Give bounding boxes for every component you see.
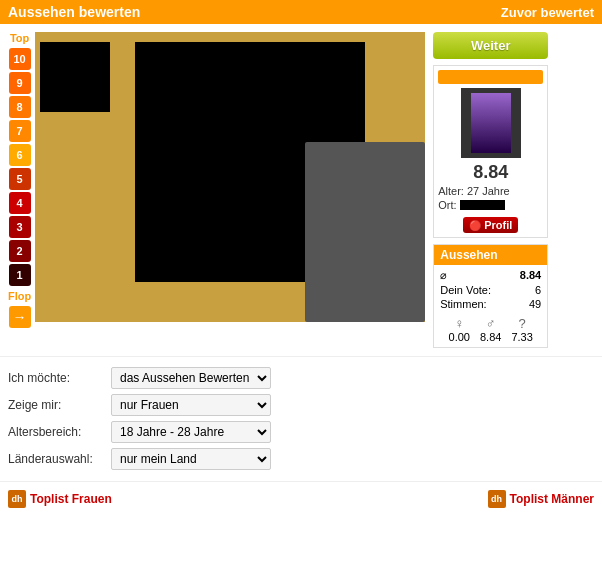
male-icon: ♂	[486, 316, 496, 331]
altersbereich-select[interactable]: 18 Jahre - 28 Jahre	[111, 421, 271, 443]
laenderauswahl-select[interactable]: nur mein Land	[111, 448, 271, 470]
ich-moechte-label: Ich möchte:	[8, 371, 103, 385]
main-photo	[35, 32, 425, 322]
laenderauswahl-label: Länderauswahl:	[8, 452, 103, 466]
filter-zeige-mir: Zeige mir: nur Frauen	[8, 394, 594, 416]
profil-icon: 🔴	[469, 220, 481, 231]
toplist-maenner-label: Toplist Männer	[510, 492, 594, 506]
rating-2[interactable]: 2	[9, 240, 31, 262]
stimmen-label: Stimmen:	[440, 298, 486, 310]
flop-label: Flop	[8, 290, 31, 302]
filter-laenderauswahl: Länderauswahl: nur mein Land	[8, 448, 594, 470]
ich-moechte-select[interactable]: das Aussehen Bewerten	[111, 367, 271, 389]
aussehen-header: Aussehen	[434, 245, 547, 265]
toplist-maenner-link[interactable]: dh Toplist Männer	[488, 490, 594, 508]
unknown-score: 7.33	[511, 331, 532, 343]
avg-row: ⌀ 8.84	[440, 269, 541, 282]
profile-card: 8.84 Alter: 27 Jahre Ort: 🔴 Profil	[433, 65, 548, 238]
zeige-mir-label: Zeige mir:	[8, 398, 103, 412]
aussehen-box: Aussehen ⌀ 8.84 Dein Vote: 6 Stimmen: 49	[433, 244, 548, 348]
top-label: Top	[10, 32, 29, 44]
zeige-mir-select[interactable]: nur Frauen	[111, 394, 271, 416]
filter-area: Ich möchte: das Aussehen Bewerten Zeige …	[0, 356, 602, 481]
avg-value: 8.84	[520, 269, 541, 282]
profile-name-bar	[438, 70, 543, 84]
stimmen-value: 49	[529, 298, 541, 310]
gender-male: ♂ 8.84	[480, 316, 501, 343]
toplist-frauen-label: Toplist Frauen	[30, 492, 112, 506]
male-score: 8.84	[480, 331, 501, 343]
profile-photo-inner	[471, 93, 511, 153]
gender-unknown: ? 7.33	[511, 316, 532, 343]
rating-6[interactable]: 6	[9, 144, 31, 166]
altersbereich-label: Altersbereich:	[8, 425, 103, 439]
ort-value-bar	[460, 200, 505, 210]
flop-arrow-button[interactable]: →	[9, 306, 31, 328]
alter-row: Alter: 27 Jahre	[438, 185, 543, 197]
header: Aussehen bewerten Zuvor bewertet	[0, 0, 602, 24]
rating-8[interactable]: 8	[9, 96, 31, 118]
ort-label: Ort:	[438, 199, 456, 211]
rating-3[interactable]: 3	[9, 216, 31, 238]
profile-score: 8.84	[438, 162, 543, 183]
unknown-icon: ?	[519, 316, 526, 331]
female-score: 0.00	[449, 331, 470, 343]
rating-10[interactable]: 10	[9, 48, 31, 70]
rating-5[interactable]: 5	[9, 168, 31, 190]
ort-row: Ort:	[438, 199, 543, 211]
right-column: Weiter 8.84 Alter: 27 Jahre Ort:	[433, 32, 548, 348]
stimmen-row: Stimmen: 49	[440, 298, 541, 310]
toplist-frauen-link[interactable]: dh Toplist Frauen	[8, 490, 112, 508]
dein-vote-value: 6	[535, 284, 541, 296]
header-title: Aussehen bewerten	[8, 4, 140, 20]
profil-button[interactable]: 🔴 Profil	[463, 217, 518, 233]
rating-4[interactable]: 4	[9, 192, 31, 214]
profile-photo-thumb	[461, 88, 521, 158]
gender-female: ♀ 0.00	[449, 316, 470, 343]
left-column: Top 10 9 8 7 6 5 4 3 2 1 Flop →	[8, 32, 425, 348]
page-container: Aussehen bewerten Zuvor bewertet Top 10 …	[0, 0, 602, 516]
rating-9[interactable]: 9	[9, 72, 31, 94]
photo-block-1	[40, 42, 110, 112]
toplist-maenner-icon: dh	[488, 490, 506, 508]
dein-vote-row: Dein Vote: 6	[440, 284, 541, 296]
footer-links: dh Toplist Frauen dh Toplist Männer	[0, 481, 602, 516]
weiter-button[interactable]: Weiter	[433, 32, 548, 59]
profile-info: Alter: 27 Jahre Ort:	[438, 183, 543, 215]
filter-ich-moechte: Ich möchte: das Aussehen Bewerten	[8, 367, 594, 389]
rating-bar: Top 10 9 8 7 6 5 4 3 2 1 Flop →	[8, 32, 31, 348]
alter-label: Alter:	[438, 185, 464, 197]
aussehen-content: ⌀ 8.84 Dein Vote: 6 Stimmen: 49 ♀	[434, 265, 547, 347]
gender-row: ♀ 0.00 ♂ 8.84 ? 7.33	[440, 316, 541, 343]
header-right-label: Zuvor bewertet	[501, 5, 594, 20]
female-icon: ♀	[454, 316, 464, 331]
dein-vote-label: Dein Vote:	[440, 284, 491, 296]
avg-label: ⌀	[440, 269, 447, 282]
rating-1[interactable]: 1	[9, 264, 31, 286]
filter-altersbereich: Altersbereich: 18 Jahre - 28 Jahre	[8, 421, 594, 443]
rating-7[interactable]: 7	[9, 120, 31, 142]
profil-btn-label: Profil	[484, 219, 512, 231]
photo-person	[305, 142, 425, 322]
toplist-frauen-icon: dh	[8, 490, 26, 508]
alter-value: 27 Jahre	[467, 185, 510, 197]
main-content: Top 10 9 8 7 6 5 4 3 2 1 Flop →	[0, 24, 602, 356]
